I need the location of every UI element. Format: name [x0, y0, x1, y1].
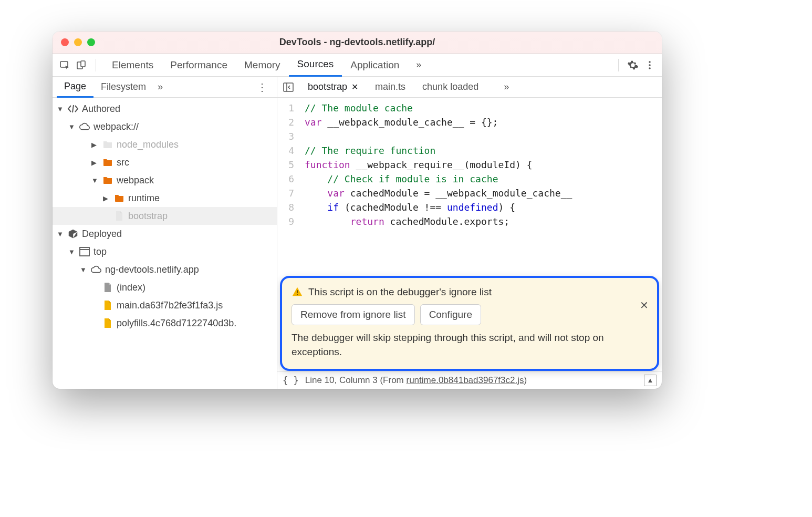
- tab-elements[interactable]: Elements: [103, 54, 162, 77]
- file-icon: [102, 299, 113, 311]
- remove-from-ignore-list-button[interactable]: Remove from ignore list: [292, 304, 415, 325]
- minimize-window-button[interactable]: [74, 38, 82, 46]
- navigator-panel: PageFilesystem » ⋮ ▼Authored▼webpack://▶…: [53, 77, 277, 389]
- file-tree: ▼Authored▼webpack://▶node_modules▶src▼we…: [53, 98, 277, 389]
- tree-item-polyfills-4c768d7122740d3b-[interactable]: polyfills.4c768d7122740d3b.: [53, 314, 277, 332]
- toolbar-divider: [96, 59, 96, 71]
- tree-item-top[interactable]: ▼top: [53, 243, 277, 261]
- navigator-menu-icon[interactable]: ⋮: [252, 81, 273, 94]
- tab-sources[interactable]: Sources: [289, 54, 342, 77]
- infobar-description: The debugger will skip stepping through …: [292, 330, 648, 359]
- cursor-position: Line 10, Column 3 (From runtime.0b841bad…: [305, 375, 527, 386]
- tree-group-deployed[interactable]: ▼Deployed: [53, 225, 277, 243]
- more-navigator-tabs-icon[interactable]: »: [153, 81, 167, 92]
- tree-twisty-icon[interactable]: ▶: [91, 159, 99, 167]
- configure-button[interactable]: Configure: [420, 304, 481, 325]
- tree-item-label: ng-devtools.netlify.app: [105, 264, 199, 275]
- tree-item-host[interactable]: ▼ng-devtools.netlify.app: [53, 261, 277, 278]
- tree-twisty-icon[interactable]: ▼: [91, 177, 99, 184]
- tree-item-node_modules[interactable]: ▶node_modules: [53, 136, 277, 153]
- pretty-print-button[interactable]: { }: [283, 375, 299, 386]
- tree-item-label: src: [117, 157, 129, 168]
- tree-item-webpack[interactable]: ▼webpack: [53, 171, 277, 189]
- close-tab-icon[interactable]: ✕: [351, 82, 358, 92]
- warning-icon: [292, 286, 303, 298]
- cloud-icon: [90, 264, 102, 275]
- tab-memory[interactable]: Memory: [236, 54, 289, 77]
- tree-twisty-icon[interactable]: ▼: [68, 123, 76, 131]
- maximize-window-button[interactable]: [87, 38, 95, 46]
- svg-line-6: [72, 105, 74, 112]
- svg-point-5: [649, 67, 651, 69]
- tree-item-label: (index): [117, 282, 145, 293]
- file-icon: [102, 317, 113, 329]
- tree-item--index-[interactable]: (index): [53, 278, 277, 296]
- svg-rect-11: [297, 290, 298, 293]
- tab-performance[interactable]: Performance: [162, 54, 236, 77]
- tree-item-label: Deployed: [82, 229, 122, 240]
- navigator-tab-filesystem[interactable]: Filesystem: [93, 77, 153, 98]
- more-editor-tabs-icon[interactable]: »: [498, 81, 514, 92]
- editor-tab-main.ts[interactable]: main.ts: [367, 77, 414, 98]
- toggle-navigator-icon[interactable]: [280, 79, 296, 95]
- kebab-menu-icon[interactable]: [643, 58, 657, 72]
- devtools-window: DevTools - ng-devtools.netlify.app/ Elem…: [53, 32, 662, 389]
- ignore-list-infobar: This script is on the debugger's ignore …: [280, 276, 659, 371]
- tree-item-webpack[interactable]: ▼webpack://: [53, 118, 277, 136]
- tree-item-label: webpack: [117, 175, 154, 186]
- titlebar: DevTools - ng-devtools.netlify.app/: [53, 32, 662, 54]
- svg-point-3: [649, 61, 651, 63]
- tree-group-authored[interactable]: ▼Authored: [53, 100, 277, 118]
- tab-application[interactable]: Application: [342, 54, 408, 77]
- tree-item-label: top: [93, 246, 107, 257]
- svg-rect-7: [80, 247, 89, 256]
- tree-item-runtime[interactable]: ▶runtime: [53, 189, 277, 207]
- infobar-title: This script is on the debugger's ignore …: [308, 286, 492, 298]
- file-icon: [113, 210, 125, 222]
- inspect-icon[interactable]: [58, 58, 71, 72]
- close-infobar-button[interactable]: ✕: [640, 299, 649, 312]
- device-toolbar-icon[interactable]: [75, 58, 88, 72]
- svg-rect-2: [81, 61, 85, 67]
- tree-twisty-icon[interactable]: ▶: [103, 194, 110, 202]
- tree-item-src[interactable]: ▶src: [53, 153, 277, 171]
- tree-twisty-icon[interactable]: ▼: [57, 105, 64, 113]
- tree-item-label: node_modules: [117, 139, 179, 150]
- file-icon: [102, 282, 113, 293]
- tree-item-label: webpack://: [93, 121, 139, 132]
- tree-twisty-icon[interactable]: ▼: [80, 266, 87, 274]
- folder-icon: [102, 139, 113, 150]
- tree-item-main-da63f7b2fe3f1fa3-js[interactable]: main.da63f7b2fe3f1fa3.js: [53, 296, 277, 314]
- folder-icon: [102, 157, 113, 168]
- tree-twisty-icon[interactable]: ▼: [57, 230, 64, 238]
- more-panels-icon[interactable]: »: [411, 59, 426, 70]
- svg-point-4: [649, 64, 651, 66]
- tree-item-label: Authored: [82, 104, 120, 115]
- cloud-icon: [79, 121, 90, 132]
- folder-icon: [113, 192, 125, 204]
- scroll-button[interactable]: ▲: [644, 375, 657, 386]
- editor-tabs: bootstrap✕main.tschunk loaded »: [277, 77, 662, 98]
- main-toolbar: ElementsPerformanceMemorySourcesApplicat…: [53, 54, 662, 77]
- code-icon: [67, 103, 79, 115]
- svg-rect-12: [297, 294, 298, 295]
- editor-tab-chunk-loaded[interactable]: chunk loaded: [414, 77, 487, 98]
- folder-icon: [102, 174, 113, 186]
- tree-twisty-icon[interactable]: ▼: [68, 248, 76, 256]
- tree-item-bootstrap[interactable]: bootstrap: [53, 207, 277, 225]
- cube-icon: [67, 228, 79, 240]
- editor-statusbar: { } Line 10, Column 3 (From runtime.0b84…: [277, 371, 662, 389]
- tree-item-label: main.da63f7b2fe3f1fa3.js: [117, 300, 223, 311]
- navigator-tab-page[interactable]: Page: [57, 77, 93, 98]
- close-window-button[interactable]: [61, 38, 69, 46]
- traffic-lights: [61, 38, 95, 46]
- editor-panel: bootstrap✕main.tschunk loaded » 12345678…: [277, 77, 662, 389]
- tree-item-label: bootstrap: [128, 211, 168, 222]
- gear-icon[interactable]: [626, 58, 640, 72]
- tree-twisty-icon[interactable]: ▶: [91, 141, 99, 149]
- editor-tab-bootstrap[interactable]: bootstrap✕: [299, 77, 367, 98]
- navigator-tabs: PageFilesystem » ⋮: [53, 77, 277, 98]
- tree-item-label: runtime: [128, 193, 160, 204]
- main-area: PageFilesystem » ⋮ ▼Authored▼webpack://▶…: [53, 77, 662, 389]
- sourcemap-link[interactable]: runtime.0b841bad3967f3c2.js: [406, 375, 524, 385]
